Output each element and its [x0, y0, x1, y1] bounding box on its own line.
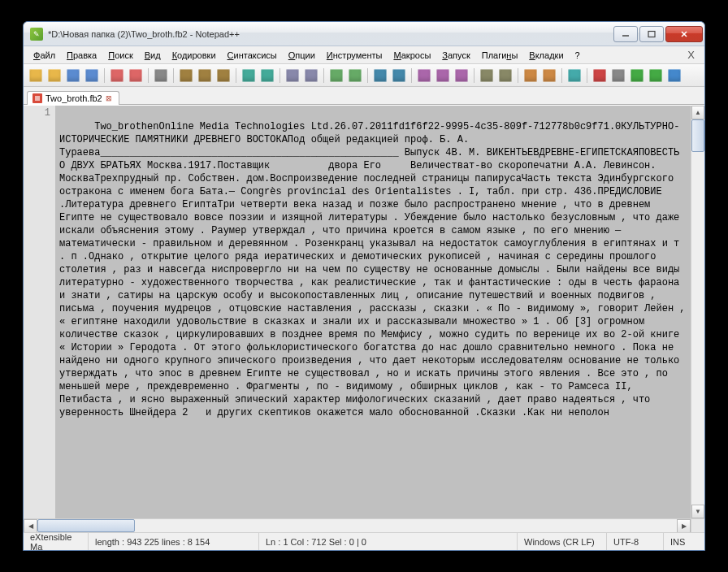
- tab-label: Two_broth.fb2: [46, 93, 102, 103]
- lang-icon: [480, 69, 493, 82]
- close-button[interactable]: [665, 26, 703, 42]
- menu-item-0[interactable]: Файл: [28, 49, 60, 62]
- menu-item-10[interactable]: Плагины: [477, 49, 523, 62]
- open-file-icon: [48, 69, 61, 82]
- save-macro-icon: [668, 69, 681, 82]
- editor-area: 1 Two_brothenOnline Media Technologies L…: [24, 105, 704, 518]
- folder-button[interactable]: [540, 67, 558, 84]
- menu-item-3[interactable]: Вид: [140, 49, 166, 62]
- menu-close-x[interactable]: X: [682, 49, 700, 61]
- doc-map-icon: [499, 69, 512, 82]
- cut-button[interactable]: [177, 67, 195, 84]
- menu-item-9[interactable]: Запуск: [437, 49, 474, 62]
- menu-item-1[interactable]: Правка: [62, 49, 102, 62]
- function-list-icon: [524, 69, 537, 82]
- play-macro-button[interactable]: [628, 67, 646, 84]
- toolbar: [24, 64, 704, 87]
- tab-close-icon[interactable]: ⊠: [106, 94, 114, 102]
- window-controls: [613, 26, 703, 42]
- titlebar[interactable]: ✎ *D:\Новая папка (2)\Two_broth.fb2 - No…: [24, 22, 704, 46]
- save-macro-button[interactable]: [665, 67, 683, 84]
- toolbar-separator: [518, 68, 518, 83]
- scroll-up-button[interactable]: ▲: [691, 106, 704, 119]
- undo-button[interactable]: [240, 67, 258, 84]
- scroll-right-button[interactable]: ▶: [677, 519, 691, 533]
- find-button[interactable]: [284, 67, 301, 84]
- status-position: Ln : 1 Col : 712 Sel : 0 | 0: [259, 533, 518, 550]
- indent-guide-icon: [455, 69, 468, 82]
- sync-v-icon: [374, 69, 387, 82]
- status-mode[interactable]: INS: [664, 533, 704, 550]
- text-editor[interactable]: Two_brothenOnline Media Technologies Ltd…: [56, 106, 691, 518]
- print-icon: [154, 69, 167, 82]
- horizontal-scrollbar[interactable]: ◀ ▶: [24, 518, 704, 532]
- copy-button[interactable]: [196, 67, 214, 84]
- status-encoding[interactable]: UTF-8: [607, 533, 664, 550]
- scroll-thumb-h[interactable]: [37, 519, 135, 532]
- folder-icon: [543, 69, 556, 82]
- menu-item-2[interactable]: Поиск: [103, 49, 137, 62]
- scroll-corner: [691, 519, 704, 532]
- doc-map-button[interactable]: [496, 67, 514, 84]
- sync-v-button[interactable]: [371, 67, 389, 84]
- app-window: ✎ *D:\Новая папка (2)\Two_broth.fb2 - No…: [23, 21, 705, 551]
- save-all-button[interactable]: [83, 67, 101, 84]
- paste-button[interactable]: [214, 67, 232, 84]
- stop-macro-icon: [612, 69, 625, 82]
- minimize-button[interactable]: [613, 26, 638, 42]
- close-tab-button[interactable]: [108, 67, 126, 84]
- menu-item-6[interactable]: Опции: [284, 49, 320, 62]
- play-multi-button[interactable]: [647, 67, 665, 84]
- find-icon: [286, 69, 299, 82]
- line-number: 1: [24, 107, 50, 119]
- line-gutter[interactable]: 1: [24, 106, 56, 518]
- wrap-button[interactable]: [415, 67, 433, 84]
- zoom-in-icon: [330, 69, 343, 82]
- copy-icon: [198, 69, 211, 82]
- toolbar-separator: [411, 68, 412, 83]
- redo-icon: [261, 69, 274, 82]
- status-language[interactable]: eXtensible Ma: [24, 533, 89, 550]
- zoom-out-button[interactable]: [346, 67, 364, 84]
- close-all-icon: [129, 69, 142, 82]
- vertical-scrollbar[interactable]: ▲ ▼: [691, 106, 704, 518]
- save-button[interactable]: [64, 67, 82, 84]
- scroll-thumb-v[interactable]: [691, 119, 704, 152]
- scroll-down-button[interactable]: ▼: [691, 505, 704, 518]
- stop-macro-button[interactable]: [609, 67, 627, 84]
- menu-item-11[interactable]: Вкладки: [524, 49, 568, 62]
- zoom-in-button[interactable]: [327, 67, 345, 84]
- toolbar-separator: [173, 68, 174, 83]
- scroll-left-button[interactable]: ◀: [24, 519, 37, 533]
- maximize-button[interactable]: [639, 26, 664, 42]
- status-eol[interactable]: Windows (CR LF): [518, 533, 607, 550]
- function-list-button[interactable]: [522, 67, 540, 84]
- close-all-button[interactable]: [127, 67, 145, 84]
- menu-item-7[interactable]: Инструменты: [322, 49, 388, 62]
- lang-button[interactable]: [478, 67, 496, 84]
- menu-item-5[interactable]: Синтаксисы: [223, 49, 282, 62]
- file-tab[interactable]: Two_broth.fb2 ⊠: [27, 91, 119, 105]
- menu-item-4[interactable]: Кодировки: [167, 49, 221, 62]
- toolbar-separator: [474, 68, 474, 83]
- sync-h-button[interactable]: [390, 67, 408, 84]
- scroll-track-v[interactable]: [691, 119, 704, 505]
- redo-button[interactable]: [258, 67, 276, 84]
- replace-icon: [305, 69, 318, 82]
- menu-item-12[interactable]: ?: [570, 49, 585, 62]
- save-all-icon: [85, 69, 98, 82]
- svg-rect-1: [648, 31, 655, 37]
- new-file-button[interactable]: [27, 67, 45, 84]
- all-chars-button[interactable]: [434, 67, 452, 84]
- scroll-track-h[interactable]: [37, 519, 677, 532]
- replace-button[interactable]: [302, 67, 320, 84]
- print-button[interactable]: [152, 67, 170, 84]
- menu-item-8[interactable]: Макросы: [388, 49, 436, 62]
- indent-guide-button[interactable]: [453, 67, 470, 84]
- toolbar-separator: [280, 68, 280, 83]
- monitor-icon: [568, 69, 581, 82]
- open-file-button[interactable]: [46, 67, 63, 84]
- close-tab-icon: [110, 69, 124, 82]
- record-macro-button[interactable]: [591, 67, 609, 84]
- monitor-button[interactable]: [566, 67, 583, 84]
